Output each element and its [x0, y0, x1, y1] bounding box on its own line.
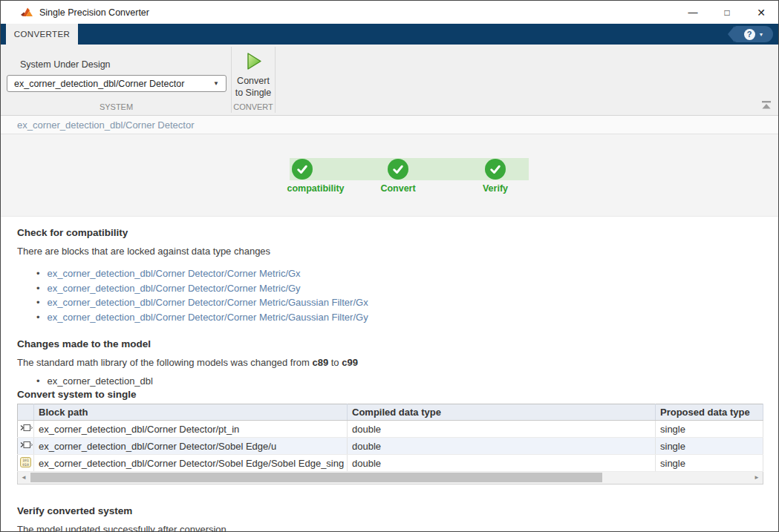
cell-compiled-type: double — [348, 421, 656, 438]
block-link[interactable]: ex_corner_detection_dbl/Corner Detector/… — [48, 283, 301, 294]
step-label-convert: Convert — [346, 183, 450, 194]
svg-text:010: 010 — [22, 462, 29, 466]
column-header-proposed[interactable]: Proposed data type — [656, 404, 763, 421]
chevron-down-icon: ▼ — [213, 80, 219, 87]
step-check-icon — [485, 159, 506, 180]
lib-to: c99 — [342, 357, 358, 368]
verify-heading: Verify converted system — [17, 505, 762, 516]
table-header-row: Block path Compiled data type Proposed d… — [18, 404, 763, 421]
cell-block-path: ex_corner_detection_dbl/Corner Detector/… — [34, 438, 348, 455]
table-row[interactable]: 101 010 ex_corner_detection_dbl/Corner D… — [18, 455, 763, 472]
list-item: ex_corner_detection_dbl/Corner Detector/… — [36, 266, 762, 281]
step-label-verify: Verify — [443, 183, 547, 194]
conversion-table: Block path Compiled data type Proposed d… — [17, 404, 763, 472]
close-button[interactable]: ✕ — [744, 1, 778, 24]
column-header-block-path[interactable]: Block path — [34, 404, 348, 421]
changed-models-list: ex_corner_detection_dbl — [17, 375, 762, 387]
block-link[interactable]: ex_corner_detection_dbl/Corner Detector/… — [48, 297, 368, 308]
minimize-button[interactable]: — — [676, 1, 710, 24]
list-item: ex_corner_detection_dbl — [36, 375, 762, 387]
column-header-compiled[interactable]: Compiled data type — [348, 404, 656, 421]
horizontal-scrollbar[interactable]: ◄ ► — [17, 472, 763, 485]
play-icon — [244, 51, 264, 71]
cell-proposed-type: single — [656, 438, 763, 455]
close-icon: ✕ — [757, 7, 766, 19]
changes-heading: Changes made to the model — [17, 338, 762, 349]
cell-proposed-type: single — [656, 421, 763, 438]
list-item: ex_corner_detection_dbl/Corner Detector/… — [36, 295, 762, 310]
block-link[interactable]: ex_corner_detection_dbl/Corner Detector/… — [48, 312, 368, 323]
block-link[interactable]: ex_corner_detection_dbl/Corner Detector/… — [48, 268, 301, 279]
maximize-button[interactable]: □ — [710, 1, 744, 24]
table-row[interactable]: ex_corner_detection_dbl/Corner Detector/… — [18, 421, 763, 438]
inport-icon — [20, 423, 33, 433]
system-under-design-label: System Under Design — [20, 59, 111, 70]
workflow-progress-panel: compatibility Convert Verify — [1, 134, 778, 217]
chevron-down-icon: ▼ — [759, 32, 764, 37]
compatibility-description: There are blocks that are locked against… — [17, 246, 762, 257]
table-row[interactable]: ex_corner_detection_dbl/Corner Detector/… — [18, 438, 763, 455]
toolbar-divider — [275, 47, 276, 113]
locked-blocks-list: ex_corner_detection_dbl/Corner Detector/… — [17, 266, 762, 324]
inport-icon — [20, 440, 33, 450]
matlab-logo-icon — [21, 7, 33, 18]
minimize-icon: — — [688, 7, 698, 18]
cell-compiled-type: double — [348, 438, 656, 455]
svg-text:101: 101 — [22, 459, 29, 462]
help-icon: ? — [744, 29, 755, 40]
convert-block-icon: 101 010 — [20, 457, 31, 467]
scroll-left-button[interactable]: ◄ — [18, 472, 30, 483]
ribbon-tab-strip: CONVERTER ? ▼ — [1, 24, 778, 45]
list-item: ex_corner_detection_dbl/Corner Detector/… — [36, 310, 762, 325]
collapse-ribbon-icon[interactable] — [761, 101, 772, 109]
cell-compiled-type: double — [348, 455, 656, 472]
help-button[interactable]: ? ▼ — [734, 26, 773, 42]
cell-proposed-type: single — [656, 455, 763, 472]
window-controls: — □ ✕ — [676, 1, 778, 24]
scrollbar-thumb[interactable] — [30, 473, 602, 482]
toolstrip: System Under Design ex_corner_detection_… — [1, 45, 778, 116]
breadcrumb[interactable]: ex_corner_detection_dbl/Corner Detector — [17, 119, 194, 131]
lib-from: c89 — [312, 357, 328, 368]
breadcrumb-bar: ex_corner_detection_dbl/Corner Detector — [1, 116, 778, 134]
model-name: ex_corner_detection_dbl — [48, 375, 153, 387]
cell-block-path: ex_corner_detection_dbl/Corner Detector/… — [34, 455, 348, 472]
changes-description: The standard math library of the followi… — [17, 357, 762, 368]
system-under-design-dropdown[interactable]: ex_corner_detection_dbl/Corner Detector … — [7, 75, 226, 92]
icon-column-header — [18, 404, 34, 421]
cell-block-path: ex_corner_detection_dbl/Corner Detector/… — [34, 421, 348, 438]
convert-button-label: Convert to Single — [235, 75, 272, 99]
single-precision-converter-window: Single Precision Converter — □ ✕ CONVERT… — [0, 0, 779, 532]
system-section-caption: SYSTEM — [1, 102, 232, 111]
convert-to-single-button[interactable]: Convert to Single — [232, 49, 275, 101]
window-title: Single Precision Converter — [39, 7, 149, 18]
dropdown-value: ex_corner_detection_dbl/Corner Detector — [14, 79, 184, 89]
list-item: ex_corner_detection_dbl/Corner Detector/… — [36, 281, 762, 296]
step-check-icon — [292, 159, 313, 180]
compatibility-heading: Check for compatibility — [17, 217, 762, 238]
step-check-icon — [388, 159, 408, 180]
title-bar: Single Precision Converter — □ ✕ — [1, 1, 778, 24]
tab-converter[interactable]: CONVERTER — [6, 24, 78, 45]
report-content: Check for compatibility There are blocks… — [1, 217, 778, 532]
convert-section-caption: CONVERT — [232, 102, 275, 111]
maximize-icon: □ — [724, 7, 729, 18]
scroll-right-button[interactable]: ► — [751, 472, 763, 483]
verify-description: The model updated successfully after con… — [17, 524, 762, 532]
convert-heading: Convert system to single — [17, 389, 762, 400]
